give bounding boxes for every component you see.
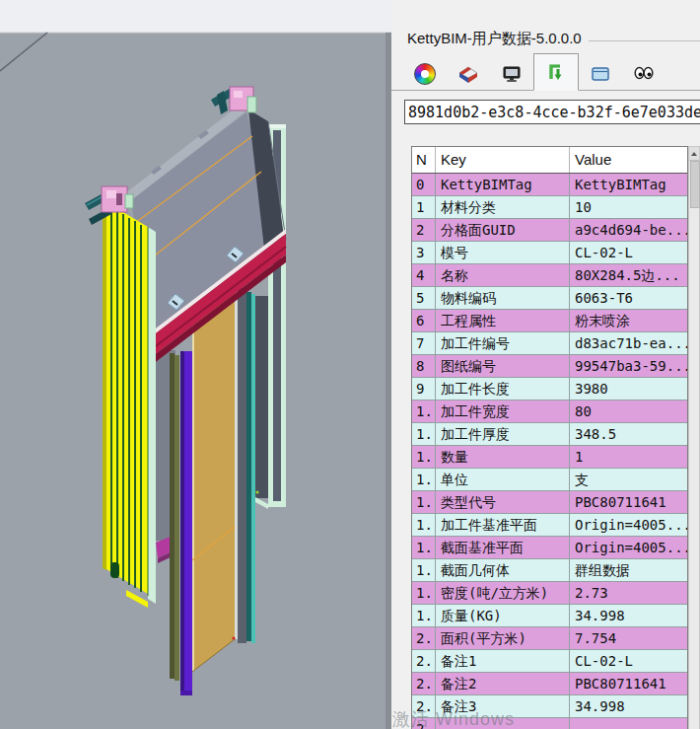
table-row[interactable]: 2.面积(平方米)7.754	[412, 627, 687, 650]
row-key: 数量	[436, 446, 570, 468]
row-index: 1.	[412, 514, 436, 536]
table-row[interactable]: 1.截面几何体群组数据	[412, 559, 687, 582]
row-index: 1.	[412, 559, 436, 581]
row-key: 物料编码	[436, 287, 570, 309]
row-value: 群组数据	[570, 559, 687, 581]
row-key: 工程属性	[436, 310, 570, 331]
row-value: 2.73	[570, 582, 687, 604]
row-key: 备注1	[436, 650, 570, 672]
table-row[interactable]: 1.数量1	[412, 446, 687, 469]
row-key: 质量(KG)	[436, 605, 570, 626]
tab-visibility[interactable]	[622, 58, 665, 90]
table-row[interactable]: 8图纸编号99547ba3-59...	[412, 355, 687, 378]
infill-panel-tan[interactable]	[192, 292, 236, 672]
row-index: 6	[412, 310, 436, 331]
table-row[interactable]: 1.加工件宽度80	[412, 401, 687, 423]
table-row[interactable]: 2.备注2PBC80711641	[412, 673, 687, 695]
row-key: 分格面GUID	[436, 219, 570, 241]
panel-title: KettyBIM-用户数据-5.0.0.0	[407, 30, 582, 48]
table-row[interactable]: 6工程属性粉末喷涂	[412, 310, 687, 332]
table-row[interactable]: 3模号CL-02-L	[412, 242, 687, 264]
guid-input[interactable]	[404, 100, 700, 124]
table-row[interactable]: 4名称80X284.5边...	[412, 264, 687, 287]
row-value: 99547ba3-59...	[570, 355, 687, 377]
row-value: 80	[570, 401, 687, 422]
row-value: 34.998	[570, 695, 687, 717]
row-index: 1.	[412, 537, 436, 558]
windows-activation-watermark: 激活 Windows	[392, 707, 515, 729]
scrollbar-thumb[interactable]	[690, 161, 700, 208]
tab-window[interactable]	[579, 58, 622, 90]
row-index: 2	[412, 219, 436, 241]
tab-user-data[interactable]	[533, 53, 579, 91]
table-row[interactable]: 9加工件长度3980	[412, 378, 687, 401]
user-data-panel: KettyBIM-用户数据-5.0.0.0	[391, 0, 700, 729]
row-value: 7.754	[570, 627, 687, 649]
teal-profiles[interactable]	[235, 286, 255, 643]
row-index: 4	[412, 264, 436, 286]
table-row[interactable]: 7加工件编号d83ac71b-ea...	[412, 332, 687, 355]
column-header-index[interactable]: N	[412, 147, 436, 173]
row-key: 图纸编号	[436, 355, 570, 377]
table-row[interactable]: 1.截面基准平面Origin=4005...	[412, 537, 687, 559]
table-header: N Key Value	[412, 147, 687, 174]
groupbox-line	[589, 40, 700, 41]
window-icon	[590, 63, 611, 85]
column-header-key[interactable]: Key	[436, 147, 570, 173]
row-value: Origin=4005...	[570, 514, 687, 536]
row-value	[570, 718, 687, 729]
pipe-down-arrow-icon	[545, 61, 567, 83]
table-row[interactable]: 1.加工件基准平面Origin=4005...	[412, 514, 687, 537]
row-value: CL-02-L	[570, 242, 687, 263]
table-grid: N Key Value 0KettyBIMTagKettyBIMTag1材料分类…	[411, 146, 688, 729]
row-index: 1.	[412, 401, 436, 422]
table-scrollbar[interactable]	[688, 146, 700, 729]
column-header-value[interactable]: Value	[570, 147, 687, 173]
mint-edge-profile[interactable]	[148, 227, 156, 604]
row-key: 加工件长度	[436, 378, 570, 400]
row-index: 8	[412, 355, 436, 377]
table-row[interactable]: 1材料分类10	[412, 196, 687, 219]
table-row[interactable]: 1.加工件厚度348.5	[412, 423, 687, 446]
row-value: 10	[570, 196, 687, 218]
row-value: CL-02-L	[570, 650, 687, 672]
row-index: 2.	[412, 650, 436, 672]
purple-profile[interactable]	[180, 351, 192, 695]
row-value: 3980	[570, 378, 687, 400]
row-value: PBC80711641	[570, 673, 687, 694]
table-row[interactable]: 1.单位支	[412, 469, 687, 491]
icon-tabbar	[391, 50, 700, 91]
viewport-sky	[0, 0, 391, 33]
row-index: 5	[412, 287, 436, 309]
row-index: 7	[412, 332, 436, 354]
olive-profiles[interactable]	[170, 353, 179, 681]
table-row[interactable]: 0KettyBIMTagKettyBIMTag	[412, 174, 687, 196]
row-key: 加工件宽度	[436, 401, 570, 422]
row-key: 密度(吨/立方米)	[436, 582, 570, 604]
tab-display[interactable]	[490, 58, 533, 90]
tab-material[interactable]	[447, 58, 490, 90]
groupbox-header: KettyBIM-用户数据-5.0.0.0	[391, 0, 700, 48]
scroll-up-button[interactable]	[689, 147, 699, 161]
table-row[interactable]: 2.备注1CL-02-L	[412, 650, 687, 673]
table-row[interactable]: 1.质量(KG)34.998	[412, 605, 687, 627]
row-index: 1.	[412, 605, 436, 626]
kettybim-window: KettyBIM-用户数据-5.0.0.0	[0, 0, 700, 729]
material-wedge-icon	[457, 63, 479, 85]
row-key: 加工件编号	[436, 332, 570, 354]
row-value: 348.5	[570, 423, 687, 445]
table-row[interactable]: 5物料编码6063-T6	[412, 287, 687, 310]
table-body: 0KettyBIMTagKettyBIMTag1材料分类102分格面GUIDa9…	[412, 174, 687, 729]
row-value: d83ac71b-ea...	[570, 332, 687, 354]
yellow-mullion[interactable]	[103, 202, 148, 608]
row-index: 3	[412, 242, 436, 263]
table-row[interactable]: 1.类型代号PBC80711641	[412, 491, 687, 514]
tab-color-wheel[interactable]	[403, 58, 447, 90]
row-index: 2.	[412, 627, 436, 649]
row-value: Origin=4005...	[570, 537, 687, 558]
row-value: 1	[570, 446, 687, 468]
table-row[interactable]: 2分格面GUIDa9c4d694-be...	[412, 219, 687, 242]
row-index: 1	[412, 196, 436, 218]
table-row[interactable]: 1.密度(吨/立方米)2.73	[412, 582, 687, 605]
3d-viewport[interactable]	[0, 0, 391, 729]
